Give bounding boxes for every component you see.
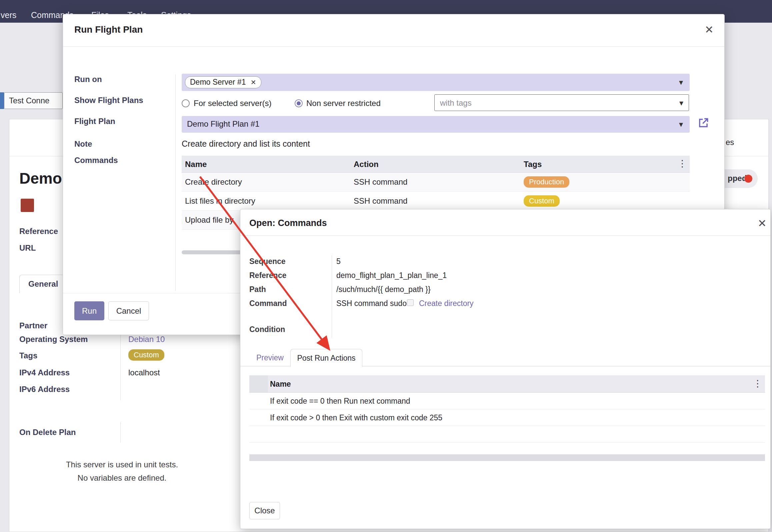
cancel-button[interactable]: Cancel [108, 301, 149, 320]
radio-non-server-restricted[interactable] [295, 99, 303, 107]
commands-modal-header-divider [240, 235, 770, 236]
screen: vers Commands Files Tools Settings Test … [0, 0, 772, 532]
table-row[interactable]: If exit code > 0 then Exit with custom e… [249, 409, 765, 426]
tab-post-run-actions-label: Post Run Actions [291, 354, 362, 363]
table-row[interactable]: List files in directory SSH command Cust… [182, 192, 690, 211]
cell-name: If exit code > 0 then Exit with custom e… [270, 413, 442, 422]
run-modal-label-divider [175, 74, 176, 291]
chevron-down-icon: ▾ [679, 99, 683, 107]
cell-action: SSH command [354, 177, 407, 187]
chip-remove-icon[interactable]: ✕ [251, 79, 256, 86]
server-chip[interactable]: Demo Server #1 ✕ [185, 76, 261, 88]
flight-plan-select[interactable]: Demo Flight Plan #1 ▾ [182, 116, 690, 133]
post-run-actions-table: Name ⋮ If exit code == 0 then Run next c… [249, 375, 765, 443]
server-heading: Demo [19, 169, 62, 187]
cell-name: List files in directory [185, 196, 255, 206]
with-tags-input[interactable]: with tags ▾ [434, 94, 689, 111]
create-directory-link[interactable]: Create directory [419, 299, 474, 308]
table-row-empty[interactable] [249, 426, 765, 443]
col-header-name: Name [270, 380, 291, 389]
path-value: /such/much/{{ demo_path }} [336, 285, 431, 294]
run-modal-header-divider [63, 46, 724, 47]
run-on-select[interactable]: Demo Server #1 ✕ ▾ [182, 74, 690, 91]
run-on-label: Run on [74, 75, 102, 84]
cell-name: Upload file by [185, 215, 233, 225]
reference-label: Reference [249, 271, 286, 280]
note-value: Create directory and list its content [182, 139, 310, 149]
flight-plan-value: Demo Flight Plan #1 [187, 119, 259, 129]
cell-action: SSH command [354, 196, 407, 206]
commands-modal-label-divider [332, 255, 332, 338]
table-options-icon[interactable]: ⋮ [678, 159, 687, 168]
table-options-icon[interactable]: ⋮ [753, 379, 762, 388]
commands-modal-close-icon[interactable]: ✕ [758, 218, 767, 229]
commands-modal-title: Open: Commands [249, 218, 327, 228]
cell-name: If exit code == 0 then Run next command [270, 397, 410, 406]
no-variables-note: No variables are defined. [33, 473, 211, 483]
nav-item-servers[interactable]: vers [1, 10, 16, 20]
ipv6-label: IPv6 Address [19, 385, 70, 394]
command-label: Command [249, 299, 287, 308]
show-flight-plans-label: Show Flight Plans [74, 96, 143, 105]
radio-non-server-restricted-label[interactable]: Non server restricted [306, 99, 381, 108]
run-modal-close-icon[interactable]: ✕ [705, 24, 714, 35]
sequence-label: Sequence [249, 257, 286, 266]
tab-general[interactable]: General [19, 275, 69, 293]
table-row[interactable]: If exit code == 0 then Run next command [249, 393, 765, 409]
command-value: SSH command sudo [336, 299, 407, 308]
cell-name: Create directory [185, 177, 242, 187]
condition-label: Condition [249, 325, 285, 334]
tab-preview[interactable]: Preview [256, 353, 284, 362]
actions-table-header: Name ⋮ [249, 375, 765, 393]
top-right-text-fragment: es [726, 138, 734, 147]
test-connection-button[interactable]: Test Conne [4, 92, 63, 109]
color-swatch[interactable] [21, 199, 34, 212]
with-tags-placeholder: with tags [440, 98, 472, 108]
sequence-value: 5 [336, 257, 341, 266]
radio-for-selected-servers-label[interactable]: For selected server(s) [194, 99, 271, 108]
server-chip-label: Demo Server #1 [190, 78, 246, 86]
table-row[interactable]: Create directory SSH command Production [182, 173, 690, 192]
url-label: URL [19, 243, 36, 253]
col-header-action: Action [354, 160, 379, 169]
radio-for-selected-servers[interactable] [182, 99, 190, 107]
on-delete-plan-label: On Delete Plan [19, 428, 76, 437]
status-dot-icon [744, 175, 752, 183]
col-header-tags: Tags [524, 160, 542, 169]
test-connection-label: Test Conne [9, 96, 49, 105]
command-checkbox[interactable] [407, 299, 414, 306]
reference-value: demo_flight_plan_1_plan_line_1 [336, 271, 447, 280]
run-button[interactable]: Run [74, 301, 104, 320]
tab-post-run-actions[interactable]: Post Run Actions [290, 349, 362, 367]
commands-table-header: Name Action Tags ⋮ [182, 156, 690, 173]
partner-label: Partner [19, 321, 47, 330]
note-label: Note [74, 139, 92, 149]
unit-test-note: This server is used in unit tests. [33, 460, 211, 469]
path-label: Path [249, 285, 266, 294]
tag-badge-custom: Custom [524, 195, 560, 207]
open-commands-modal: Open: Commands ✕ Sequence Reference Path… [240, 209, 771, 529]
status-label-fragment: pped [728, 174, 747, 183]
os-label: Operating System [19, 335, 88, 344]
horizontal-scrollbar[interactable] [249, 454, 765, 461]
flight-plan-label: Flight Plan [74, 117, 115, 126]
close-button[interactable]: Close [249, 502, 280, 519]
ipv4-label: IPv4 Address [19, 368, 70, 377]
tab-general-label: General [28, 279, 58, 289]
field-divider-2 [120, 422, 121, 443]
commands-label: Commands [74, 156, 118, 165]
col-header-name: Name [185, 160, 207, 169]
row-handle-column [249, 375, 268, 392]
chevron-down-icon: ▾ [679, 120, 683, 128]
tags-label: Tags [19, 351, 37, 360]
os-value[interactable]: Debian 10 [128, 335, 165, 344]
ipv4-value: localhost [128, 368, 160, 377]
run-modal-title: Run Flight Plan [74, 24, 143, 35]
chevron-down-icon: ▾ [679, 78, 683, 86]
tag-badge-custom: Custom [128, 349, 164, 361]
reference-label: Reference [19, 227, 58, 236]
tag-badge-production: Production [524, 176, 569, 188]
external-link-icon[interactable] [697, 117, 710, 131]
partial-button-edge[interactable] [0, 92, 4, 109]
